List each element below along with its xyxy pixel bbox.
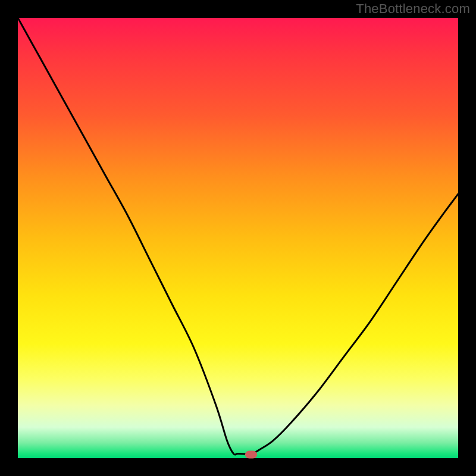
chart-frame: TheBottleneck.com [0, 0, 476, 476]
optimal-point-marker [245, 451, 257, 459]
bottleneck-curve [18, 18, 458, 458]
watermark-text: TheBottleneck.com [356, 1, 470, 17]
